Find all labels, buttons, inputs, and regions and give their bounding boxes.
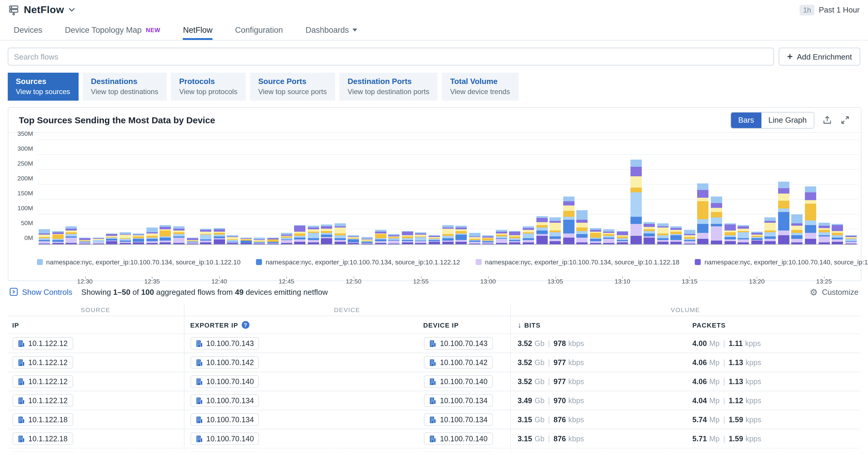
table-row[interactable]: 10.1.122.1810.100.70.14310.100.70.1433.1… xyxy=(7,449,860,455)
chart-toggle-bars[interactable]: Bars xyxy=(731,112,761,128)
customize-button[interactable]: ⚙ Customize xyxy=(810,287,859,296)
nav-tab-netflow[interactable]: NetFlow xyxy=(183,20,213,40)
stacked-bar[interactable] xyxy=(603,229,615,244)
stacked-bar[interactable] xyxy=(241,238,252,244)
table-row[interactable]: 10.1.122.1210.100.70.14310.100.70.1433.5… xyxy=(7,334,860,353)
stacked-bar[interactable] xyxy=(106,234,117,244)
device-ip-chip[interactable]: 10.100.70.134 xyxy=(424,394,493,407)
stacked-bar[interactable] xyxy=(173,226,185,244)
column-header-packets[interactable]: PACKETS xyxy=(688,316,860,334)
exporter-ip-chip[interactable]: 10.100.70.143 xyxy=(190,451,259,455)
stacked-bar[interactable] xyxy=(792,214,803,244)
stacked-bar[interactable] xyxy=(738,225,749,244)
device-ip-chip[interactable]: 10.100.70.140 xyxy=(424,432,493,445)
stacked-bar[interactable] xyxy=(321,224,333,244)
view-card-destination-ports[interactable]: Destination PortsView top destination po… xyxy=(339,73,438,101)
table-row[interactable]: 10.1.122.1210.100.70.14010.100.70.1403.5… xyxy=(7,372,860,391)
stacked-bar[interactable] xyxy=(388,234,400,244)
stacked-bar[interactable] xyxy=(630,159,642,244)
stacked-bar[interactable] xyxy=(39,229,50,244)
show-controls-button[interactable]: Show Controls xyxy=(9,287,72,296)
stacked-bar[interactable] xyxy=(805,186,816,244)
stacked-bar[interactable] xyxy=(93,238,104,244)
stacked-bar[interactable] xyxy=(845,235,857,244)
legend-item[interactable]: namespace:nyc, exporter_ip:10.100.70.134… xyxy=(475,259,679,266)
device-ip-chip[interactable]: 10.100.70.143 xyxy=(424,451,493,455)
device-ip-chip[interactable]: 10.100.70.143 xyxy=(424,337,493,350)
device-ip-chip[interactable]: 10.100.70.140 xyxy=(424,375,493,388)
stacked-bar[interactable] xyxy=(66,226,77,244)
nav-tab-devices[interactable]: Devices xyxy=(14,20,42,40)
exporter-ip-chip[interactable]: 10.100.70.143 xyxy=(190,337,259,350)
stacked-bar[interactable] xyxy=(361,237,373,244)
stacked-bar[interactable] xyxy=(119,232,131,244)
stacked-bar[interactable] xyxy=(281,233,292,244)
exporter-ip-chip[interactable]: 10.100.70.134 xyxy=(190,413,259,426)
table-row[interactable]: 10.1.122.1810.100.70.14010.100.70.1403.1… xyxy=(7,429,860,449)
stacked-bar[interactable] xyxy=(294,225,305,244)
stacked-bar[interactable] xyxy=(509,231,521,244)
stacked-bar[interactable] xyxy=(429,235,440,244)
stacked-bar[interactable] xyxy=(442,225,453,244)
exporter-ip-chip[interactable]: 10.100.70.142 xyxy=(190,356,259,369)
stacked-bar[interactable] xyxy=(832,224,843,244)
exporter-ip-chip[interactable]: 10.100.70.140 xyxy=(190,432,259,445)
stacked-bar[interactable] xyxy=(308,226,319,244)
stacked-bar[interactable] xyxy=(563,196,574,244)
stacked-bar[interactable] xyxy=(415,232,427,244)
stacked-bar[interactable] xyxy=(724,223,736,244)
stacked-bar[interactable] xyxy=(187,238,198,244)
time-range-label[interactable]: Past 1 Hour xyxy=(819,5,860,14)
stacked-bar[interactable] xyxy=(644,222,655,244)
stacked-bar[interactable] xyxy=(267,238,279,244)
stacked-bar[interactable] xyxy=(657,223,668,244)
stacked-bar[interactable] xyxy=(711,196,722,244)
stacked-bar[interactable] xyxy=(765,217,776,244)
search-input[interactable] xyxy=(7,48,774,65)
table-row[interactable]: 10.1.122.1810.100.70.13410.100.70.1343.1… xyxy=(7,410,860,429)
view-card-sources[interactable]: SourcesView top sources xyxy=(7,73,78,101)
exporter-ip-chip[interactable]: 10.100.70.140 xyxy=(190,375,259,388)
stacked-bar[interactable] xyxy=(684,230,695,244)
stacked-bar[interactable] xyxy=(375,230,386,244)
nav-tab-dashboards[interactable]: Dashboards xyxy=(305,20,357,40)
legend-item[interactable]: namespace:nyc, exporter_ip:10.100.70.140… xyxy=(695,259,868,266)
source-ip-chip[interactable]: 10.1.122.12 xyxy=(12,394,73,407)
legend-item[interactable]: namespace:nyc, exporter_ip:10.100.70.134… xyxy=(37,259,241,266)
column-header-bits[interactable]: ↓ BITS xyxy=(510,316,688,334)
view-card-total-volume[interactable]: Total VolumeView device trends xyxy=(442,73,518,101)
stacked-bar[interactable] xyxy=(227,235,239,244)
stacked-bar[interactable] xyxy=(671,226,682,244)
stacked-bar[interactable] xyxy=(254,238,265,244)
stacked-bar[interactable] xyxy=(590,228,601,244)
stacked-bar[interactable] xyxy=(348,235,359,244)
exporter-ip-chip[interactable]: 10.100.70.134 xyxy=(190,394,259,407)
stacked-bar[interactable] xyxy=(456,226,467,244)
stacked-bar[interactable] xyxy=(133,234,144,244)
stacked-bar[interactable] xyxy=(52,231,64,244)
stacked-bar[interactable] xyxy=(818,223,830,244)
chart-toggle-line-graph[interactable]: Line Graph xyxy=(761,112,814,128)
legend-item[interactable]: namespace:nyc, exporter_ip:10.100.70.134… xyxy=(256,259,460,266)
source-ip-chip[interactable]: 10.1.122.12 xyxy=(12,337,73,350)
stacked-bar[interactable] xyxy=(617,231,628,244)
column-header-ip[interactable]: IP xyxy=(7,316,184,334)
stacked-bar[interactable] xyxy=(778,182,789,244)
column-header-exporter-ip[interactable]: EXPORTER IP ? xyxy=(184,316,367,334)
stacked-bar[interactable] xyxy=(698,183,709,244)
source-ip-chip[interactable]: 10.1.122.12 xyxy=(12,375,73,388)
help-icon[interactable]: ? xyxy=(242,321,249,329)
table-row[interactable]: 10.1.122.1210.100.70.14210.100.70.1423.5… xyxy=(7,353,860,372)
table-row[interactable]: 10.1.122.1210.100.70.13410.100.70.1343.4… xyxy=(7,391,860,410)
stacked-bar[interactable] xyxy=(523,226,534,244)
stacked-bar[interactable] xyxy=(751,232,762,244)
stacked-bar[interactable] xyxy=(200,229,211,244)
view-card-protocols[interactable]: ProtocolsView top protocols xyxy=(171,73,246,101)
stacked-bar[interactable] xyxy=(213,228,225,244)
stacked-bar[interactable] xyxy=(550,217,561,244)
nav-tab-device-topology-map[interactable]: Device Topology MapNEW xyxy=(65,20,160,40)
bar-chart-plot[interactable]: 0M50M100M150M200M250M300M350M12:3012:351… xyxy=(38,140,858,244)
source-ip-chip[interactable]: 10.1.122.18 xyxy=(12,413,73,426)
stacked-bar[interactable] xyxy=(147,227,158,244)
source-ip-chip[interactable]: 10.1.122.12 xyxy=(12,356,73,369)
